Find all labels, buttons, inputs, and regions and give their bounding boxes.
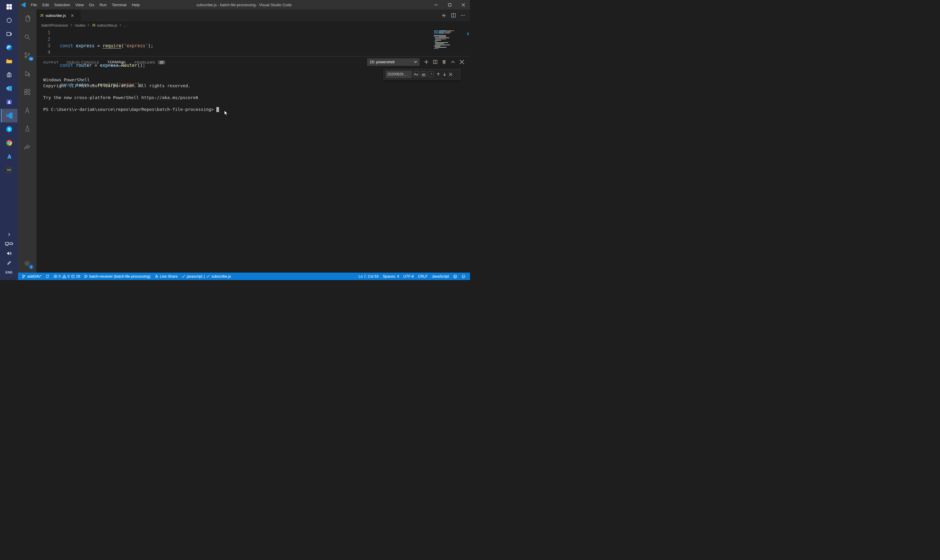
cortana-button[interactable] — [1, 14, 17, 27]
tab-problems[interactable]: PROBLEMS 29 — [134, 58, 165, 66]
overview-ruler[interactable] — [466, 29, 470, 56]
terminal-find-widget: Aa ab .* — [384, 69, 460, 80]
breadcrumb-batchprocessor[interactable]: batchProcessor — [42, 23, 68, 28]
tab-subscribe-js[interactable]: JS subscribe.js — [36, 9, 81, 21]
menu-go[interactable]: Go — [86, 0, 97, 9]
flask-activity[interactable] — [18, 120, 36, 138]
source-control-activity[interactable]: 48 — [18, 46, 36, 65]
warnings-group: 0 — [62, 274, 69, 278]
errors-count: 0 — [59, 274, 61, 278]
hidden-icons-chevron[interactable] — [1, 230, 17, 239]
tab-output-label: OUTPUT — [43, 61, 59, 64]
code-line-1: const express = require('express'); — [60, 43, 153, 49]
indentation-label: Spaces: 4 — [383, 274, 399, 278]
encoding-status[interactable]: UTF-8 — [401, 274, 416, 278]
indentation-status[interactable]: Spaces: 4 — [381, 274, 401, 278]
explorer-activity[interactable] — [18, 9, 36, 28]
close-window-button[interactable] — [456, 0, 470, 9]
menu-help[interactable]: Help — [129, 0, 142, 9]
taskbar-teams[interactable] — [1, 95, 17, 109]
chevron-right-icon — [119, 24, 122, 27]
terminal-output[interactable]: Windows PowerShell Copyright (C) Microso… — [36, 68, 470, 272]
volume-tray[interactable] — [1, 249, 17, 258]
breadcrumb-more[interactable]: ... — [124, 23, 127, 28]
maximize-panel-chevron-icon[interactable] — [451, 60, 455, 64]
find-next-icon[interactable] — [443, 72, 446, 76]
whole-word-toggle[interactable]: ab — [421, 71, 426, 77]
language-label: ENG — [6, 271, 13, 274]
find-input[interactable] — [386, 71, 412, 78]
token: const — [60, 43, 76, 48]
linter-status[interactable]: javascript | subscribe.js — [180, 272, 233, 280]
breadcrumb-file[interactable]: JS subscribe.js — [92, 23, 117, 28]
tab-terminal-label: TERMINAL — [107, 60, 127, 64]
taskbar-store[interactable] — [1, 68, 17, 82]
menu-terminal[interactable]: Terminal — [109, 0, 129, 9]
code-editor[interactable]: 1 2 3 4 const express = require('express… — [36, 29, 470, 56]
start-button[interactable] — [1, 0, 17, 14]
match-case-toggle[interactable]: Aa — [413, 71, 419, 77]
language-mode-status[interactable]: JavaScript — [430, 274, 451, 278]
menu-file[interactable]: File — [28, 0, 40, 9]
tab-close-button[interactable] — [71, 14, 74, 17]
cursor-position-label: Ln 7, Col 53 — [359, 274, 378, 278]
taskbar-edge[interactable] — [1, 41, 17, 54]
taskbar-skype[interactable] — [1, 122, 17, 136]
breadcrumb-routes[interactable]: routes — [74, 23, 85, 28]
network-battery-tray[interactable] — [1, 239, 17, 249]
taskbar-outlook[interactable] — [1, 82, 17, 95]
menu-run[interactable]: Run — [97, 0, 109, 9]
window-controls — [429, 0, 470, 9]
menu-selection[interactable]: Selection — [51, 0, 73, 9]
line-number: 3 — [36, 43, 50, 49]
tab-terminal[interactable]: TERMINAL — [107, 58, 127, 66]
minimap[interactable] — [433, 29, 465, 55]
kill-terminal-trash-icon[interactable] — [442, 60, 446, 64]
search-activity[interactable] — [18, 28, 36, 46]
eol-status[interactable]: CRLF — [416, 274, 430, 278]
notifications-status[interactable] — [459, 274, 468, 278]
live-share-status[interactable]: Live Share — [153, 272, 180, 280]
taskbar-azure[interactable] — [1, 149, 17, 163]
settings-activity[interactable]: 1 — [18, 254, 36, 272]
window-title: subscribe.js - batch-file-processing - V… — [196, 3, 292, 7]
pen-tray[interactable] — [1, 258, 17, 268]
terminal-shell-select[interactable]: 15: powershell — [367, 58, 420, 66]
azure-activity[interactable] — [18, 101, 36, 120]
activity-bar: 48 — [18, 9, 36, 272]
feedback-status[interactable] — [451, 274, 459, 278]
run-debug-activity[interactable] — [18, 65, 36, 83]
split-editor-icon[interactable] — [451, 13, 456, 18]
split-terminal-icon[interactable] — [433, 60, 437, 64]
debug-target-status[interactable]: batch-receiver (batch-file-processing) — [82, 272, 153, 280]
taskbar-vscode[interactable] — [1, 109, 17, 122]
taskbar-sg-app[interactable]: S>G — [1, 163, 17, 177]
new-terminal-icon[interactable] — [424, 60, 429, 64]
terminal-prompt-row: PS C:\Users\v-dariak\source\repos\daprRe… — [43, 106, 470, 112]
git-branch-status[interactable]: addGifs* — [20, 272, 43, 280]
more-actions-icon[interactable] — [460, 13, 465, 18]
panel-header: OUTPUT DEBUG CONSOLE TERMINAL PROBLEMS 2… — [36, 57, 470, 68]
check-icon — [182, 275, 185, 278]
language-indicator[interactable]: ENG — [1, 268, 17, 277]
find-previous-icon[interactable] — [437, 72, 440, 76]
tab-output[interactable]: OUTPUT — [43, 58, 59, 66]
taskbar-chrome[interactable] — [1, 136, 17, 149]
minimize-button[interactable] — [429, 0, 443, 9]
maximize-button[interactable] — [443, 0, 456, 9]
line-number: 4 — [36, 49, 50, 55]
task-view-button[interactable] — [1, 27, 17, 41]
compare-changes-icon[interactable] — [441, 13, 446, 18]
close-find-icon[interactable] — [449, 73, 452, 76]
tab-debug-console[interactable]: DEBUG CONSOLE — [66, 58, 99, 66]
extensions-activity[interactable] — [18, 83, 36, 101]
cursor-position-status[interactable]: Ln 7, Col 53 — [357, 274, 381, 278]
sync-status[interactable] — [43, 272, 51, 280]
problems-status[interactable]: 0 0 29 — [51, 272, 82, 280]
regex-toggle[interactable]: .* — [428, 71, 434, 77]
share-activity[interactable] — [18, 138, 36, 156]
menu-edit[interactable]: Edit — [40, 0, 51, 9]
taskbar-file-explorer[interactable] — [1, 54, 17, 68]
close-panel-icon[interactable] — [460, 60, 464, 64]
menu-view[interactable]: View — [73, 0, 86, 9]
